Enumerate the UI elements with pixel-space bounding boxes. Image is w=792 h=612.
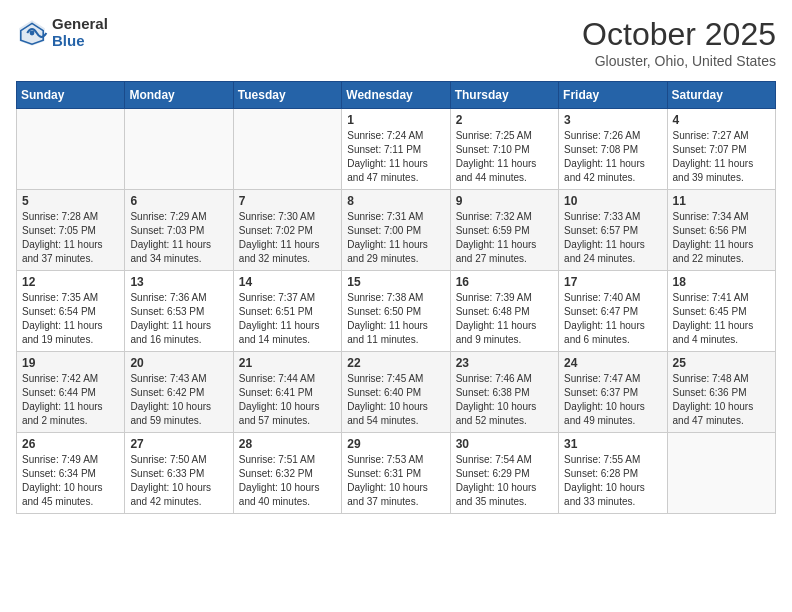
- calendar-day-11: 11Sunrise: 7:34 AMSunset: 6:56 PMDayligh…: [667, 190, 775, 271]
- logo: General Blue: [16, 16, 108, 49]
- day-info: Sunrise: 7:36 AMSunset: 6:53 PMDaylight:…: [130, 291, 227, 347]
- day-number: 28: [239, 437, 336, 451]
- calendar-day-15: 15Sunrise: 7:38 AMSunset: 6:50 PMDayligh…: [342, 271, 450, 352]
- calendar-week-row: 19Sunrise: 7:42 AMSunset: 6:44 PMDayligh…: [17, 352, 776, 433]
- calendar-day-29: 29Sunrise: 7:53 AMSunset: 6:31 PMDayligh…: [342, 433, 450, 514]
- calendar-day-empty: [17, 109, 125, 190]
- day-number: 14: [239, 275, 336, 289]
- calendar-day-empty: [233, 109, 341, 190]
- weekday-header-saturday: Saturday: [667, 82, 775, 109]
- calendar-day-22: 22Sunrise: 7:45 AMSunset: 6:40 PMDayligh…: [342, 352, 450, 433]
- weekday-header-friday: Friday: [559, 82, 667, 109]
- day-number: 29: [347, 437, 444, 451]
- calendar-day-26: 26Sunrise: 7:49 AMSunset: 6:34 PMDayligh…: [17, 433, 125, 514]
- calendar-day-28: 28Sunrise: 7:51 AMSunset: 6:32 PMDayligh…: [233, 433, 341, 514]
- day-info: Sunrise: 7:55 AMSunset: 6:28 PMDaylight:…: [564, 453, 661, 509]
- day-info: Sunrise: 7:50 AMSunset: 6:33 PMDaylight:…: [130, 453, 227, 509]
- calendar-day-27: 27Sunrise: 7:50 AMSunset: 6:33 PMDayligh…: [125, 433, 233, 514]
- day-info: Sunrise: 7:35 AMSunset: 6:54 PMDaylight:…: [22, 291, 119, 347]
- calendar-day-4: 4Sunrise: 7:27 AMSunset: 7:07 PMDaylight…: [667, 109, 775, 190]
- day-number: 5: [22, 194, 119, 208]
- day-number: 9: [456, 194, 553, 208]
- day-number: 10: [564, 194, 661, 208]
- calendar-day-12: 12Sunrise: 7:35 AMSunset: 6:54 PMDayligh…: [17, 271, 125, 352]
- weekday-header-sunday: Sunday: [17, 82, 125, 109]
- day-number: 22: [347, 356, 444, 370]
- day-info: Sunrise: 7:29 AMSunset: 7:03 PMDaylight:…: [130, 210, 227, 266]
- day-number: 7: [239, 194, 336, 208]
- calendar-week-row: 12Sunrise: 7:35 AMSunset: 6:54 PMDayligh…: [17, 271, 776, 352]
- weekday-header-monday: Monday: [125, 82, 233, 109]
- day-info: Sunrise: 7:33 AMSunset: 6:57 PMDaylight:…: [564, 210, 661, 266]
- location-text: Glouster, Ohio, United States: [582, 53, 776, 69]
- calendar-day-25: 25Sunrise: 7:48 AMSunset: 6:36 PMDayligh…: [667, 352, 775, 433]
- day-info: Sunrise: 7:47 AMSunset: 6:37 PMDaylight:…: [564, 372, 661, 428]
- day-info: Sunrise: 7:54 AMSunset: 6:29 PMDaylight:…: [456, 453, 553, 509]
- day-number: 18: [673, 275, 770, 289]
- day-info: Sunrise: 7:42 AMSunset: 6:44 PMDaylight:…: [22, 372, 119, 428]
- calendar-day-8: 8Sunrise: 7:31 AMSunset: 7:00 PMDaylight…: [342, 190, 450, 271]
- calendar-day-empty: [667, 433, 775, 514]
- calendar-day-30: 30Sunrise: 7:54 AMSunset: 6:29 PMDayligh…: [450, 433, 558, 514]
- day-number: 8: [347, 194, 444, 208]
- day-number: 30: [456, 437, 553, 451]
- day-number: 23: [456, 356, 553, 370]
- day-info: Sunrise: 7:45 AMSunset: 6:40 PMDaylight:…: [347, 372, 444, 428]
- calendar-day-21: 21Sunrise: 7:44 AMSunset: 6:41 PMDayligh…: [233, 352, 341, 433]
- day-info: Sunrise: 7:27 AMSunset: 7:07 PMDaylight:…: [673, 129, 770, 185]
- day-number: 16: [456, 275, 553, 289]
- calendar-day-19: 19Sunrise: 7:42 AMSunset: 6:44 PMDayligh…: [17, 352, 125, 433]
- calendar-day-31: 31Sunrise: 7:55 AMSunset: 6:28 PMDayligh…: [559, 433, 667, 514]
- logo-text: General Blue: [52, 16, 108, 49]
- day-number: 19: [22, 356, 119, 370]
- day-number: 24: [564, 356, 661, 370]
- day-number: 11: [673, 194, 770, 208]
- day-number: 17: [564, 275, 661, 289]
- day-number: 25: [673, 356, 770, 370]
- day-number: 27: [130, 437, 227, 451]
- calendar-day-20: 20Sunrise: 7:43 AMSunset: 6:42 PMDayligh…: [125, 352, 233, 433]
- calendar-day-17: 17Sunrise: 7:40 AMSunset: 6:47 PMDayligh…: [559, 271, 667, 352]
- day-number: 21: [239, 356, 336, 370]
- calendar-week-row: 1Sunrise: 7:24 AMSunset: 7:11 PMDaylight…: [17, 109, 776, 190]
- day-number: 1: [347, 113, 444, 127]
- day-number: 15: [347, 275, 444, 289]
- day-number: 12: [22, 275, 119, 289]
- calendar-week-row: 5Sunrise: 7:28 AMSunset: 7:05 PMDaylight…: [17, 190, 776, 271]
- calendar-day-23: 23Sunrise: 7:46 AMSunset: 6:38 PMDayligh…: [450, 352, 558, 433]
- calendar-day-7: 7Sunrise: 7:30 AMSunset: 7:02 PMDaylight…: [233, 190, 341, 271]
- weekday-header-tuesday: Tuesday: [233, 82, 341, 109]
- day-number: 4: [673, 113, 770, 127]
- calendar-day-3: 3Sunrise: 7:26 AMSunset: 7:08 PMDaylight…: [559, 109, 667, 190]
- day-info: Sunrise: 7:25 AMSunset: 7:10 PMDaylight:…: [456, 129, 553, 185]
- day-info: Sunrise: 7:43 AMSunset: 6:42 PMDaylight:…: [130, 372, 227, 428]
- day-info: Sunrise: 7:31 AMSunset: 7:00 PMDaylight:…: [347, 210, 444, 266]
- day-number: 26: [22, 437, 119, 451]
- day-info: Sunrise: 7:49 AMSunset: 6:34 PMDaylight:…: [22, 453, 119, 509]
- day-info: Sunrise: 7:30 AMSunset: 7:02 PMDaylight:…: [239, 210, 336, 266]
- calendar-day-5: 5Sunrise: 7:28 AMSunset: 7:05 PMDaylight…: [17, 190, 125, 271]
- weekday-header-wednesday: Wednesday: [342, 82, 450, 109]
- day-info: Sunrise: 7:46 AMSunset: 6:38 PMDaylight:…: [456, 372, 553, 428]
- day-number: 13: [130, 275, 227, 289]
- calendar-day-13: 13Sunrise: 7:36 AMSunset: 6:53 PMDayligh…: [125, 271, 233, 352]
- calendar-day-6: 6Sunrise: 7:29 AMSunset: 7:03 PMDaylight…: [125, 190, 233, 271]
- day-info: Sunrise: 7:26 AMSunset: 7:08 PMDaylight:…: [564, 129, 661, 185]
- day-info: Sunrise: 7:51 AMSunset: 6:32 PMDaylight:…: [239, 453, 336, 509]
- day-info: Sunrise: 7:53 AMSunset: 6:31 PMDaylight:…: [347, 453, 444, 509]
- calendar-day-18: 18Sunrise: 7:41 AMSunset: 6:45 PMDayligh…: [667, 271, 775, 352]
- svg-point-2: [30, 30, 35, 35]
- day-info: Sunrise: 7:37 AMSunset: 6:51 PMDaylight:…: [239, 291, 336, 347]
- calendar-day-24: 24Sunrise: 7:47 AMSunset: 6:37 PMDayligh…: [559, 352, 667, 433]
- day-info: Sunrise: 7:28 AMSunset: 7:05 PMDaylight:…: [22, 210, 119, 266]
- weekday-header-thursday: Thursday: [450, 82, 558, 109]
- calendar-week-row: 26Sunrise: 7:49 AMSunset: 6:34 PMDayligh…: [17, 433, 776, 514]
- logo-general-text: General: [52, 16, 108, 33]
- calendar-day-9: 9Sunrise: 7:32 AMSunset: 6:59 PMDaylight…: [450, 190, 558, 271]
- calendar-day-10: 10Sunrise: 7:33 AMSunset: 6:57 PMDayligh…: [559, 190, 667, 271]
- title-block: October 2025 Glouster, Ohio, United Stat…: [582, 16, 776, 69]
- day-info: Sunrise: 7:24 AMSunset: 7:11 PMDaylight:…: [347, 129, 444, 185]
- calendar-day-2: 2Sunrise: 7:25 AMSunset: 7:10 PMDaylight…: [450, 109, 558, 190]
- day-number: 2: [456, 113, 553, 127]
- day-info: Sunrise: 7:39 AMSunset: 6:48 PMDaylight:…: [456, 291, 553, 347]
